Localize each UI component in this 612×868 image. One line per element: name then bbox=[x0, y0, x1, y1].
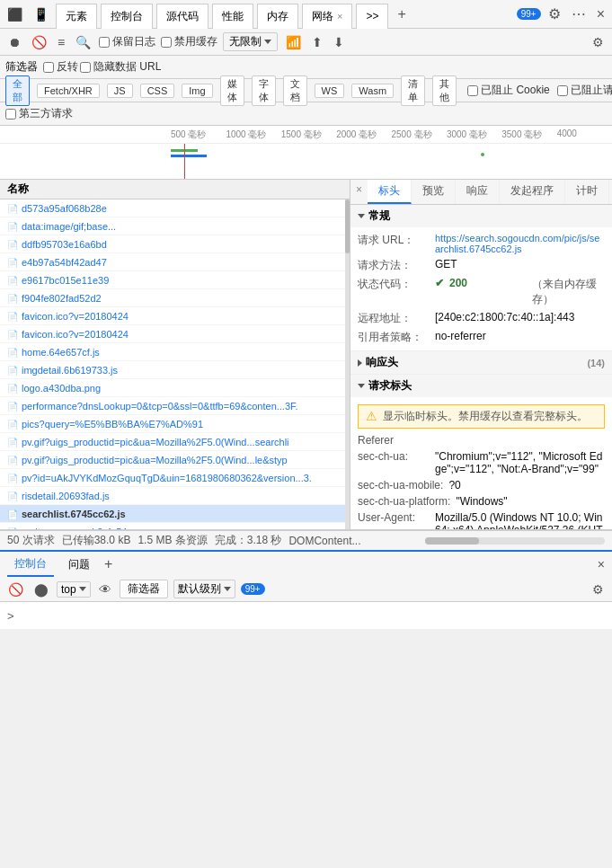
console-filter-input[interactable]: 筛选器 bbox=[120, 580, 168, 598]
filter-other[interactable]: 其他 bbox=[432, 75, 457, 106]
third-party-checkbox[interactable]: 第三方请求 bbox=[5, 106, 73, 121]
console-settings-icon[interactable]: ⚙ bbox=[590, 580, 607, 598]
request-headers-header[interactable]: 请求标头 bbox=[350, 375, 612, 397]
tab-timing[interactable]: 计时 bbox=[565, 180, 609, 204]
filter-js[interactable]: JS bbox=[107, 84, 133, 98]
tab-network-close[interactable]: × bbox=[337, 11, 342, 22]
filter-toggle-icon[interactable]: ≡ bbox=[55, 33, 67, 51]
record-icon[interactable]: ⏺ bbox=[5, 33, 23, 51]
tab-performance[interactable]: 性能 bbox=[212, 4, 253, 29]
console-close-btn[interactable]: × bbox=[598, 557, 605, 571]
file-item-1[interactable]: data:image/gif;base... bbox=[0, 217, 350, 235]
sec-ch-ua-value: "Chromium";v="112", "Microsoft Edge";v="… bbox=[435, 450, 605, 475]
file-list-scrollbar-thumb[interactable] bbox=[345, 199, 350, 253]
general-section: 常规 请求 URL： https://search.sogoucdn.com/p… bbox=[350, 205, 612, 351]
general-section-header[interactable]: 常规 bbox=[350, 205, 612, 227]
tab-network[interactable]: 网络 × bbox=[302, 4, 352, 29]
file-item-10[interactable]: logo.a430dba.png bbox=[0, 379, 350, 397]
console-ban-icon[interactable]: 🚫 bbox=[5, 580, 26, 598]
request-url-value: https://search.sogoucdn.com/pic/js/searc… bbox=[435, 233, 605, 254]
new-tab-button[interactable]: + bbox=[392, 4, 411, 24]
file-item-11[interactable]: performance?dnsLookup=0&tcp=0&ssl=0&ttfb… bbox=[0, 397, 350, 415]
filter-manifest[interactable]: 清单 bbox=[401, 75, 425, 106]
tab-performance-label: 性能 bbox=[222, 9, 244, 24]
filter-all[interactable]: 全部 bbox=[5, 75, 30, 106]
horizontal-scrollbar[interactable] bbox=[425, 537, 605, 545]
invert-checkbox[interactable]: 反转 bbox=[43, 59, 78, 75]
filter-fetch-xhr[interactable]: Fetch/XHR bbox=[37, 84, 100, 98]
user-agent-value: Mozilla/5.0 (Windows NT 10.0; Win64; x64… bbox=[435, 511, 605, 529]
tab-console[interactable]: 控制台 bbox=[101, 4, 153, 29]
blocked-request-checkbox[interactable]: 已阻止请求 bbox=[557, 83, 612, 98]
filter-font[interactable]: 字体 bbox=[252, 75, 276, 106]
clear-icon[interactable]: 🚫 bbox=[29, 33, 49, 51]
console-context-selector[interactable]: top bbox=[57, 581, 91, 598]
file-icon-18 bbox=[7, 526, 18, 530]
console-filter-icon[interactable]: ⬤ bbox=[31, 580, 51, 598]
wifi-icon[interactable]: 📶 bbox=[283, 33, 304, 51]
file-item-5[interactable]: f904fe802fad52d2 bbox=[0, 289, 350, 307]
tab-memory[interactable]: 内存 bbox=[257, 4, 298, 29]
details-close-btn[interactable]: × bbox=[350, 180, 368, 204]
console-eye-icon[interactable]: 👁 bbox=[96, 580, 114, 598]
file-item-17[interactable]: searchlist.6745cc62.js bbox=[0, 505, 350, 523]
filter-type-row: 全部 Fetch/XHR JS CSS Img 媒体 字体 文档 WS Wasm… bbox=[0, 79, 612, 102]
file-item-6[interactable]: favicon.ico?v=20180424 bbox=[0, 307, 350, 325]
filter-wasm[interactable]: Wasm bbox=[351, 84, 394, 98]
file-item-14[interactable]: pv.gif?uigs_productid=pic&ua=Mozilla%2F5… bbox=[0, 451, 350, 469]
filter-css[interactable]: CSS bbox=[140, 84, 175, 98]
inspect-icon[interactable]: ⬛ bbox=[4, 5, 26, 23]
file-item-8[interactable]: home.64e657cf.js bbox=[0, 343, 350, 361]
filter-img[interactable]: Img bbox=[182, 84, 212, 98]
file-item-15[interactable]: pv?id=uAkJVYKdMozGquqTgD&uin=16819806803… bbox=[0, 469, 350, 487]
referer-row: Referer bbox=[358, 432, 605, 448]
file-item-16[interactable]: risdetail.20693fad.js bbox=[0, 487, 350, 505]
hide-data-url-checkbox[interactable]: 隐藏数据 URL bbox=[80, 59, 161, 75]
horizontal-scrollbar-thumb[interactable] bbox=[425, 537, 479, 545]
console-tab-main[interactable]: 控制台 bbox=[7, 553, 54, 577]
file-item-9[interactable]: imgdetail.6b619733.js bbox=[0, 361, 350, 379]
remote-addr-value: [240e:c2:1800:7c:40::1a]:443 bbox=[435, 311, 605, 326]
file-list-scrollbar[interactable] bbox=[345, 199, 350, 529]
throttle-select[interactable]: 无限制 bbox=[223, 32, 278, 51]
tab-elements[interactable]: 元素 bbox=[56, 4, 97, 29]
filter-doc[interactable]: 文档 bbox=[283, 75, 307, 106]
tab-network-label: 网络 bbox=[312, 9, 333, 24]
file-item-13[interactable]: pv.gif?uigs_productid=pic&ua=Mozilla%2F5… bbox=[0, 433, 350, 451]
tab-more[interactable]: >> bbox=[356, 4, 388, 29]
disable-cache-checkbox[interactable]: 禁用缓存 bbox=[161, 34, 217, 49]
file-item-7[interactable]: favicon.ico?v=20180424 bbox=[0, 325, 350, 343]
file-item-4[interactable]: e9617bc015e11e39 bbox=[0, 271, 350, 289]
blocked-cookie-checkbox[interactable]: 已阻止 Cookie bbox=[467, 83, 550, 98]
file-item-12[interactable]: pics?query=%E5%BB%BA%E7%AD%91 bbox=[0, 415, 350, 433]
download-icon[interactable]: ⬇ bbox=[331, 33, 347, 51]
network-settings-icon[interactable]: ⚙ bbox=[590, 33, 607, 51]
preserve-log-checkbox[interactable]: 保留日志 bbox=[99, 34, 155, 49]
console-bar: 控制台 问题 + × bbox=[0, 550, 612, 577]
request-method-row: 请求方法： GET bbox=[358, 256, 605, 275]
tab-response[interactable]: 响应 bbox=[456, 180, 500, 204]
response-headers-header[interactable]: 响应头 (14) bbox=[350, 351, 612, 374]
file-item-2[interactable]: ddfb95703e16a6bd bbox=[0, 235, 350, 253]
tab-sources[interactable]: 源代码 bbox=[156, 4, 208, 29]
more-options-icon[interactable]: ⋯ bbox=[568, 4, 590, 24]
general-title: 常规 bbox=[368, 208, 390, 224]
file-name-18: sprite_common.b3cfa54.png bbox=[22, 527, 146, 530]
tab-initiator[interactable]: 发起程序 bbox=[500, 180, 565, 204]
file-item-18[interactable]: sprite_common.b3cfa54.png bbox=[0, 523, 350, 529]
file-item-0[interactable]: d573a95af068b28e bbox=[0, 199, 350, 217]
upload-icon[interactable]: ⬆ bbox=[309, 33, 325, 51]
tab-preview[interactable]: 预览 bbox=[412, 180, 456, 204]
file-item-3[interactable]: e4b97a54bf42ad47 bbox=[0, 253, 350, 271]
console-tab-issues[interactable]: 问题 bbox=[61, 554, 97, 576]
tab-headers[interactable]: 标头 bbox=[368, 180, 412, 204]
settings-icon[interactable]: ⚙ bbox=[545, 4, 564, 24]
add-console-tab-btn[interactable]: + bbox=[104, 556, 112, 572]
filter-ws[interactable]: WS bbox=[315, 84, 345, 98]
close-devtools-icon[interactable]: × bbox=[593, 4, 608, 24]
device-icon[interactable]: 📱 bbox=[30, 5, 52, 23]
filter-media[interactable]: 媒体 bbox=[220, 75, 244, 106]
console-level-selector[interactable]: 默认级别 bbox=[173, 580, 235, 598]
search-icon[interactable]: 🔍 bbox=[73, 33, 93, 51]
tab-memory-label: 内存 bbox=[267, 9, 288, 24]
